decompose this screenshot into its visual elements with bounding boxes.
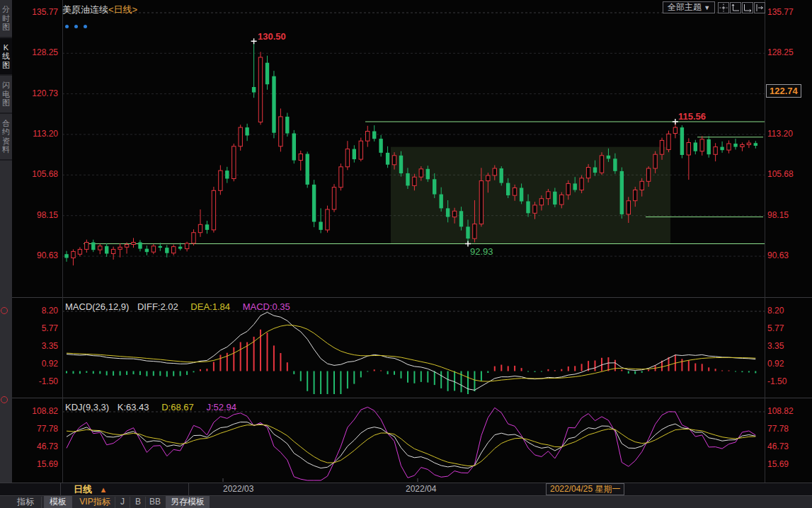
macd-dea-value: DEA:1.84 — [190, 301, 230, 312]
diff-line — [67, 312, 755, 390]
date-axis-bar: 日线 ▲ 2022/03 2022/04 2022/04/25 星期一 — [0, 483, 812, 495]
y-axis-label: 5.77 — [767, 323, 810, 333]
plot-left-border — [62, 0, 63, 483]
tab-divider — [145, 497, 146, 508]
sidebar-item-time-chart[interactable]: 分时图 — [0, 0, 12, 38]
tab-j[interactable]: J — [117, 496, 128, 508]
anchor-cross — [673, 119, 678, 125]
kdj-legend: KDJ(9,3,3) K:63.43 D:68.67 J:52.94 — [65, 402, 236, 412]
line-low-annotation: 92.93 — [470, 246, 493, 257]
kdj-d-value: D:68.67 — [161, 402, 194, 412]
macd-legend: MACD(26,12,9) DIFF:2.02 DEA:1.84 MACD:0.… — [65, 301, 290, 312]
blue-dot-icon — [84, 25, 87, 28]
y-axis-label: 98.15 — [767, 210, 810, 220]
anchor-cross — [251, 38, 257, 44]
line-high-annotation: 115.56 — [678, 111, 706, 122]
y-axis-label: 105.68 — [767, 169, 810, 179]
last-price-tag: 122.74 — [766, 84, 801, 98]
theme-dropdown-label: 全部主题 — [668, 2, 702, 12]
x-axis-tick: 2022/03 — [223, 484, 253, 494]
kdj-k-value: K:63.43 — [118, 402, 149, 412]
macd-diff-value: DIFF:2.02 — [137, 301, 178, 312]
y-axis-label: 77.78 — [767, 424, 810, 434]
chevron-down-icon: ▼ — [704, 4, 710, 11]
macd-layer — [67, 312, 755, 394]
y-axis-label: 46.73 — [767, 441, 810, 451]
plot-right-border — [765, 0, 765, 483]
y-axis-label: 3.35 — [767, 341, 810, 351]
y-axis-label: 128.25 — [767, 47, 810, 57]
range-box — [391, 147, 670, 244]
tab-template[interactable]: 模板 — [44, 496, 72, 508]
y-axis-zoom-icon[interactable] — [730, 2, 741, 13]
y-axis-label: 0.92 — [767, 359, 810, 369]
macd-settings-icon[interactable] — [1, 307, 8, 314]
kdj-j-value: J:52.94 — [206, 402, 236, 412]
k-line — [67, 422, 755, 468]
shift-right-icon[interactable] — [754, 2, 765, 13]
j-line — [67, 407, 755, 480]
sidebar-item-lightning-chart[interactable]: 闪电图 — [0, 76, 12, 114]
chart-canvas[interactable] — [0, 0, 812, 508]
theme-dropdown[interactable]: 全部主题 ▼ — [663, 1, 715, 13]
panel-divider — [0, 398, 812, 398]
tab-b[interactable]: B — [132, 496, 144, 508]
blue-dot-icon — [74, 25, 78, 28]
selected-date-box: 2022/04/25 星期一 — [546, 483, 624, 495]
dea-line — [67, 325, 755, 381]
app-window: 分时图 K线图 闪电图 合约资料 美原油连续<日线> 全部主题 ▼ 135.77… — [0, 0, 812, 508]
bottom-tab-bar: 指标 模板 VIP指标 J B BB 另存模板 — [0, 495, 812, 508]
period-tag: <日线> — [108, 4, 137, 15]
blue-dot-icon — [65, 25, 69, 28]
high-price-annotation: 130.50 — [258, 31, 286, 42]
y-axis-label: 135.77 — [767, 7, 810, 17]
pan-icon[interactable] — [718, 2, 729, 13]
triangle-up-icon: ▲ — [99, 485, 107, 494]
kdj-settings-icon[interactable] — [1, 396, 8, 403]
tab-divider — [115, 497, 115, 508]
period-button-label: 日线 — [74, 484, 92, 495]
more-options-dots[interactable] — [65, 18, 93, 31]
x-axis-zoom-icon[interactable] — [742, 2, 753, 13]
y-axis-label: 90.63 — [767, 250, 810, 260]
symbol-name: 美原油连续 — [62, 4, 108, 15]
chart-title: 美原油连续<日线> — [62, 4, 137, 16]
y-axis-label: 113.20 — [767, 129, 810, 139]
x-axis-tick: 2022/04 — [406, 484, 436, 494]
tab-indicator[interactable]: 指标 — [13, 496, 38, 508]
y-axis-label: 15.69 — [767, 459, 810, 469]
y-axis-label: 8.20 — [767, 306, 810, 316]
sidebar: 分时图 K线图 闪电图 合约资料 — [0, 0, 12, 483]
tab-save-template[interactable]: 另存模板 — [166, 496, 210, 508]
sidebar-item-contract-info[interactable]: 合约资料 — [0, 114, 12, 161]
y-axis-label: -1.50 — [767, 376, 810, 386]
y-axis-label: 108.82 — [767, 406, 810, 416]
tab-vip-indicator[interactable]: VIP指标 — [76, 496, 113, 508]
tab-divider — [130, 497, 130, 508]
period-selector[interactable]: 日线 ▲ — [60, 483, 189, 495]
macd-macd-value: MACD:0.35 — [243, 301, 290, 312]
kdj-layer — [67, 407, 755, 480]
panel-divider — [0, 297, 812, 298]
tab-bb[interactable]: BB — [147, 496, 163, 508]
sidebar-item-kline-chart[interactable]: K线图 — [0, 38, 12, 76]
macd-title: MACD(26,12,9) — [65, 301, 129, 312]
kdj-title: KDJ(9,3,3) — [65, 402, 109, 412]
tab-divider — [41, 497, 42, 508]
